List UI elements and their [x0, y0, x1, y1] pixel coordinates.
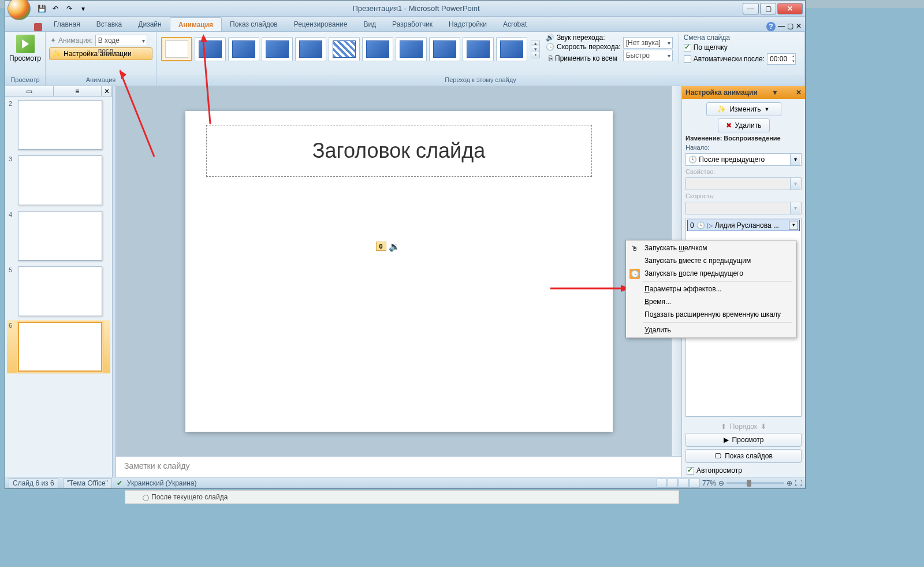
- slide-thumb-3[interactable]: 3: [9, 155, 109, 205]
- spellcheck-icon[interactable]: ✔: [117, 479, 122, 487]
- start-select[interactable]: 🕓 После предыдущего: [685, 153, 802, 166]
- addin-icon[interactable]: [34, 23, 42, 31]
- ctx-effect-options[interactable]: Параметры эффектов...: [627, 283, 795, 295]
- panel-close-icon[interactable]: ✕: [102, 86, 112, 96]
- slide-thumb-6[interactable]: 6: [7, 320, 110, 373]
- slides-tab[interactable]: ▭: [5, 86, 54, 96]
- anim-label: Анимация:: [58, 36, 93, 45]
- transition-item[interactable]: [429, 37, 460, 61]
- outline-tab[interactable]: ≡: [54, 86, 102, 96]
- transition-item[interactable]: [295, 37, 326, 61]
- notes-pane[interactable]: Заметки к слайду: [116, 456, 681, 478]
- move-down-icon[interactable]: ⬇: [761, 423, 766, 431]
- help-icon[interactable]: ?: [766, 22, 776, 31]
- tab-design[interactable]: Дизайн: [130, 17, 169, 31]
- group-label-transition: Переход к этому слайду: [157, 75, 804, 85]
- zoom-value[interactable]: 77%: [702, 479, 716, 487]
- transition-item[interactable]: [262, 37, 293, 61]
- transition-gallery[interactable]: [160, 36, 528, 62]
- ribbon: Просмотр Просмотр ✦ Анимация: В ходе пос…: [5, 32, 805, 86]
- qat-more-icon[interactable]: ▾: [77, 2, 90, 15]
- tab-acrobat[interactable]: Acrobat: [495, 17, 535, 31]
- speed-select: [685, 202, 802, 214]
- property-select: [685, 177, 802, 190]
- slide-thumb-5[interactable]: 5: [9, 266, 109, 316]
- tab-animation[interactable]: Анимация: [170, 17, 222, 31]
- close-button[interactable]: ✕: [777, 3, 803, 14]
- mdi-close[interactable]: ✕: [796, 22, 802, 31]
- speed-dropdown[interactable]: Быстро: [623, 50, 673, 61]
- zoom-in-icon[interactable]: ⊕: [787, 479, 792, 487]
- tab-insert[interactable]: Вставка: [88, 17, 131, 31]
- sound-dropdown[interactable]: [Нет звука]: [623, 37, 673, 49]
- transition-item[interactable]: [228, 37, 259, 61]
- ctx-timing[interactable]: Время...: [627, 295, 795, 308]
- move-up-icon[interactable]: ⬆: [721, 423, 726, 431]
- save-icon[interactable]: 💾: [35, 2, 48, 15]
- ctx-start-with[interactable]: Запускать вместе с предыдущим: [627, 254, 795, 267]
- speed-label: Скорость перехода:: [557, 43, 621, 51]
- pane-close-icon[interactable]: ✕: [796, 86, 802, 99]
- group-label-anim: Анимация: [46, 75, 156, 85]
- tab-slideshow[interactable]: Показ слайдов: [222, 17, 286, 31]
- ribbon-tabs: Главная Вставка Дизайн Анимация Показ сл…: [5, 17, 805, 32]
- tab-addins[interactable]: Надстройки: [441, 17, 495, 31]
- theme-indicator[interactable]: "Тема Office": [63, 478, 112, 488]
- transition-item[interactable]: [329, 37, 360, 61]
- tab-home[interactable]: Главная: [46, 17, 88, 31]
- play-tiny-icon: ▷: [707, 221, 713, 229]
- auto-time-spinner[interactable]: 00:00: [767, 53, 796, 65]
- screen-icon: 🖵: [714, 452, 721, 460]
- slide-indicator[interactable]: Слайд 6 из 6: [9, 478, 58, 488]
- ctx-remove[interactable]: Удалить: [627, 324, 795, 336]
- tab-review[interactable]: Рецензирование: [286, 17, 356, 31]
- mdi-restore[interactable]: ▢: [787, 22, 793, 31]
- animation-item[interactable]: 0 🕓 ▷ Лидия Русланова ...: [687, 220, 800, 231]
- play-button[interactable]: ▶Просмотр: [685, 433, 802, 447]
- remove-button[interactable]: ✖Удалить: [718, 118, 770, 132]
- transition-item[interactable]: [396, 37, 427, 61]
- preview-label: Просмотр: [9, 54, 41, 62]
- transition-item[interactable]: [195, 37, 226, 61]
- ctx-start-onclick[interactable]: 🖱Запускать щелчком: [627, 242, 795, 254]
- animation-dropdown[interactable]: В ходе посл...: [95, 35, 147, 46]
- minimize-button[interactable]: —: [743, 3, 759, 14]
- tab-view[interactable]: Вид: [355, 17, 384, 31]
- slideshow-button[interactable]: 🖵Показ слайдов: [685, 449, 802, 463]
- undo-icon[interactable]: ↶: [49, 2, 62, 15]
- slide-canvas[interactable]: Заголовок слайда 0 🔉: [185, 111, 613, 432]
- modify-button[interactable]: ✨Изменить▼: [706, 102, 781, 116]
- custom-animation-label: Настройка анимации: [64, 50, 132, 58]
- transition-item[interactable]: [362, 37, 393, 61]
- gallery-scroll[interactable]: ▴▾▪: [531, 40, 540, 58]
- apply-all-button[interactable]: ⎘Применить ко всем: [546, 52, 621, 65]
- transition-none[interactable]: [161, 37, 192, 61]
- ctx-start-after[interactable]: 🕓Запускать после предыдущего: [627, 267, 795, 280]
- sound-object[interactable]: 0 🔉: [376, 241, 400, 252]
- language-indicator[interactable]: Украинский (Украина): [127, 479, 197, 487]
- preview-button[interactable]: Просмотр: [9, 34, 42, 64]
- zoom-out-icon[interactable]: ⊖: [718, 479, 724, 487]
- ctx-advanced-timeline[interactable]: Показать расширенную временную шкалу: [627, 308, 795, 321]
- quick-access-toolbar: 💾 ↶ ↷ ▾: [35, 2, 90, 15]
- pane-menu-icon[interactable]: ▼: [772, 86, 778, 99]
- tab-developer[interactable]: Разработчик: [384, 17, 441, 31]
- separator: [643, 322, 792, 323]
- zoom-slider[interactable]: [726, 482, 784, 484]
- sound-label: Звук перехода:: [557, 34, 605, 42]
- autopreview-checkbox[interactable]: Автопросмотр: [685, 465, 802, 476]
- mdi-minimize[interactable]: —: [778, 22, 785, 31]
- redo-icon[interactable]: ↷: [63, 2, 76, 15]
- slide-thumb-2[interactable]: 2: [9, 100, 109, 150]
- fit-icon[interactable]: ⛶: [795, 479, 802, 487]
- slide-thumb-4[interactable]: 4: [9, 211, 109, 261]
- clock-icon: 🕓: [546, 43, 554, 51]
- transition-item[interactable]: [496, 37, 527, 61]
- title-placeholder[interactable]: Заголовок слайда: [206, 125, 592, 177]
- view-buttons[interactable]: [657, 479, 700, 488]
- maximize-button[interactable]: ▢: [760, 3, 776, 14]
- auto-after-checkbox[interactable]: Автоматически после:: [684, 55, 765, 63]
- on-click-checkbox[interactable]: По щелчку: [684, 43, 796, 51]
- transition-item[interactable]: [463, 37, 494, 61]
- sound-icon: 🔊: [546, 34, 554, 42]
